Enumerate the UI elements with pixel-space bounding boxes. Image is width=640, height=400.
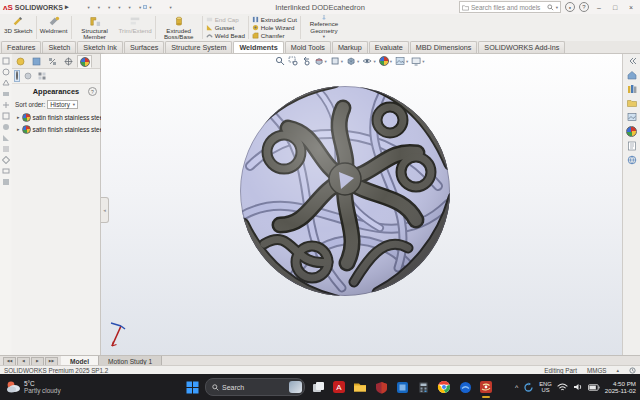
ribbon-gusset-button[interactable]: Gusset — [206, 24, 245, 31]
hide-show-items-button[interactable]: ▾ — [362, 56, 375, 66]
print-dropdown-icon[interactable]: ▾ — [118, 5, 120, 10]
ribbon-3d-sketch-button[interactable]: 3D Sketch — [2, 14, 35, 41]
appearances-scenes-icon[interactable] — [626, 126, 637, 137]
ribbon-extruded-boss-base-button[interactable]: Extruded Boss/Base — [157, 14, 201, 41]
apply-scene-button[interactable]: ▾ — [395, 56, 408, 66]
scene-dropdown-icon[interactable]: ▾ — [406, 59, 408, 64]
view-orientation-dropdown-icon[interactable]: ▾ — [341, 59, 343, 64]
solidworks-resources-icon[interactable] — [627, 70, 637, 80]
task-pane-collapse-icon[interactable] — [627, 56, 637, 66]
section-dropdown-icon[interactable]: ▾ — [325, 59, 327, 64]
search-scope-dropdown-icon[interactable]: ▾ — [556, 5, 558, 10]
view-settings-button[interactable]: ▾ — [411, 56, 424, 66]
unit-system-label[interactable]: MMGS — [587, 367, 607, 374]
property-manager-tab[interactable] — [29, 55, 44, 68]
new-dropdown-icon[interactable]: ▾ — [88, 5, 90, 10]
close-button[interactable]: × — [625, 4, 637, 11]
ribbon-end-cap-button[interactable]: End Cap — [206, 16, 245, 23]
open-dropdown-icon[interactable]: ▾ — [98, 5, 100, 10]
edit-appearance-button[interactable]: ▾ — [379, 56, 392, 66]
view-orientation-button[interactable]: ▾ — [330, 56, 343, 66]
blue-circle-app-button[interactable] — [457, 379, 473, 395]
ribbon-hole-wizard-button[interactable]: Hole Wizard — [252, 24, 297, 31]
model-3d-interlinked-dodecahedron[interactable] — [230, 76, 460, 306]
ribbon-structural-member-button[interactable]: Structural Member — [73, 14, 117, 41]
feature-tree-icon[interactable] — [2, 123, 10, 131]
hide-show-dropdown-icon[interactable]: ▾ — [373, 59, 375, 64]
zoom-to-area-button[interactable] — [288, 56, 298, 66]
tab-surfaces[interactable]: Surfaces — [124, 41, 164, 53]
tray-overflow-chevron-icon[interactable]: ^ — [515, 384, 518, 391]
sync-icon[interactable] — [523, 382, 534, 393]
redo-dropdown-icon[interactable]: ▾ — [139, 5, 141, 10]
units-dropdown-icon[interactable]: ▴ — [616, 367, 619, 373]
feature-tree-icon[interactable] — [2, 101, 10, 109]
feature-tree-icon[interactable] — [2, 79, 10, 87]
select-tool-button[interactable] — [143, 5, 147, 9]
panel-splitter-handle[interactable]: ◂ — [101, 197, 109, 223]
taskbar-search[interactable]: Search — [205, 378, 305, 396]
tab-markup[interactable]: Markup — [332, 41, 368, 53]
weather-widget[interactable]: 5°C Partly cloudy — [0, 380, 61, 395]
graphics-viewport[interactable]: ▾ ▾ ▾ ▾ ▾ ▾ ▾ — [101, 54, 622, 356]
save-dropdown-icon[interactable]: ▾ — [108, 5, 110, 10]
ribbon-trim-extend-button[interactable]: Trim/Extend — [117, 14, 154, 41]
appearance-dropdown-icon[interactable]: ▾ — [390, 59, 392, 64]
display-settings-button[interactable] — [158, 5, 162, 9]
options-dropdown-icon[interactable]: ▾ — [169, 5, 171, 10]
menu-expand-arrow-icon[interactable]: ▸ — [65, 3, 69, 11]
tab-features[interactable]: Features — [1, 41, 41, 53]
zoom-to-fit-button[interactable] — [275, 56, 285, 66]
ribbon-chamfer-button[interactable]: Chamfer — [252, 32, 297, 39]
wifi-icon[interactable] — [557, 382, 568, 392]
design-library-icon[interactable] — [627, 84, 637, 94]
new-document-button[interactable] — [82, 5, 86, 9]
feature-tree-icon[interactable] — [2, 145, 10, 153]
file-explorer-icon[interactable] — [627, 98, 637, 108]
battery-icon[interactable] — [588, 383, 600, 392]
status-tag-icon[interactable] — [629, 367, 636, 374]
expand-arrow-icon[interactable]: ▸ — [17, 114, 20, 120]
solidworks-logo[interactable]: ʌS SOLIDWORKS ▸ — [3, 3, 69, 12]
appearance-item[interactable]: ▸ satin finish stainless steel — [12, 111, 100, 123]
feature-tree-icon[interactable] — [2, 167, 10, 175]
feature-tree-icon[interactable] — [2, 90, 10, 98]
calculator-app-button[interactable] — [415, 379, 431, 395]
expand-arrow-icon[interactable]: ▸ — [17, 126, 20, 132]
custom-properties-icon[interactable] — [627, 141, 637, 151]
acrobat-app-button[interactable]: A — [331, 379, 347, 395]
view-appearances-button[interactable] — [14, 70, 20, 82]
tab-mold-tools[interactable]: Mold Tools — [285, 41, 331, 53]
search-files-box[interactable]: Search files and models ▾ — [459, 1, 561, 13]
undo-dropdown-icon[interactable]: ▾ — [129, 5, 131, 10]
home-button[interactable] — [77, 5, 81, 9]
rebuild-button[interactable] — [153, 5, 157, 9]
feature-tree-icon[interactable] — [2, 178, 10, 186]
save-button[interactable] — [102, 5, 106, 9]
feature-tree-icon[interactable] — [2, 156, 10, 164]
tab-sketch-ink[interactable]: Sketch Ink — [77, 41, 123, 53]
display-manager-tab[interactable] — [77, 55, 92, 68]
tab-weldments[interactable]: Weldments — [233, 41, 283, 53]
taskbar-clock[interactable]: 4:50 PM 2025-11-02 — [605, 380, 636, 394]
ribbon-weldment-button[interactable]: Weldment — [38, 14, 70, 41]
ribbon-extruded-cut-button[interactable]: Extruded Cut — [252, 16, 297, 23]
configuration-manager-tab[interactable] — [45, 55, 60, 68]
feature-tree-icon[interactable] — [2, 57, 10, 65]
user-account-icon[interactable]: ● — [565, 2, 575, 12]
tab-mbd-dimensions[interactable]: MBD Dimensions — [410, 41, 478, 53]
display-style-button[interactable]: ▾ — [346, 56, 359, 66]
feature-tree-icon[interactable] — [2, 112, 10, 120]
speaker-icon[interactable] — [573, 382, 583, 392]
task-view-button[interactable] — [310, 379, 326, 395]
dimxpert-manager-tab[interactable] — [61, 55, 76, 68]
solidworks-app-button[interactable] — [478, 379, 494, 395]
open-button[interactable] — [92, 5, 96, 9]
blue-app-button[interactable] — [394, 379, 410, 395]
previous-view-button[interactable] — [301, 56, 311, 66]
tab-evaluate[interactable]: Evaluate — [369, 41, 409, 53]
restore-button[interactable]: □ — [609, 4, 621, 11]
appearance-item[interactable]: ▸ satin finish stainless steel<2> — [12, 123, 100, 135]
start-button[interactable] — [184, 379, 200, 395]
security-app-button[interactable] — [373, 379, 389, 395]
